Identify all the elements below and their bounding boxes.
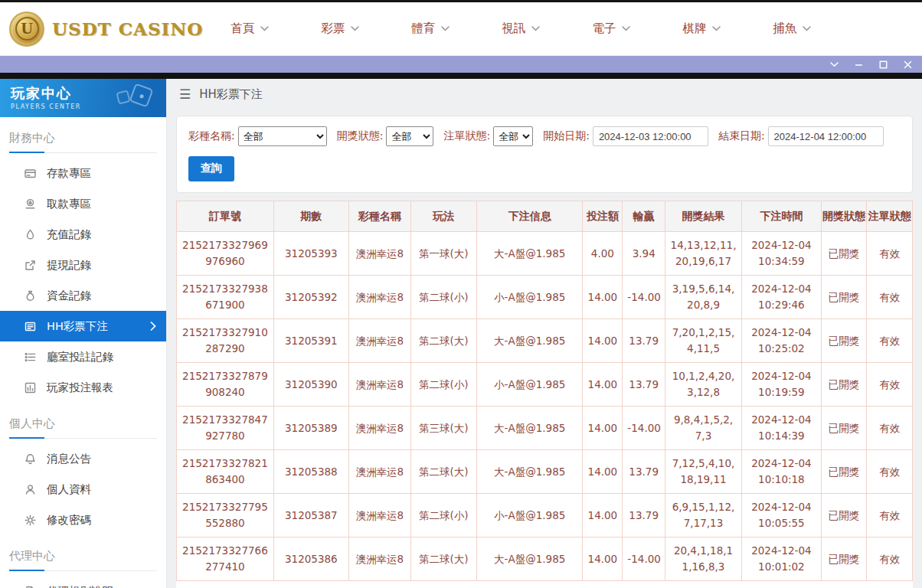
column-header: 下注信息 xyxy=(477,201,583,232)
chevron-down-icon xyxy=(803,26,811,31)
maximize-icon[interactable] xyxy=(879,58,888,70)
start-date-label: 開始日期: xyxy=(543,129,590,143)
column-header: 投注額 xyxy=(583,201,623,232)
sidebar-section-label: 代理中心 xyxy=(9,549,157,571)
page-title: HH彩票下注 xyxy=(199,87,263,102)
table-cell: 第二球(小) xyxy=(410,494,476,537)
sidebar-item-player-bet-report[interactable]: 玩家投注報表 xyxy=(0,372,166,403)
nav-item-video[interactable]: 視訊 xyxy=(502,21,540,37)
top-nav: 首頁彩票體育視訊電子棋牌捕魚 xyxy=(230,21,811,37)
start-date-input[interactable] xyxy=(593,126,708,146)
end-date-input[interactable] xyxy=(768,126,884,146)
nav-item-chess[interactable]: 棋牌 xyxy=(682,21,721,37)
nav-item-home[interactable]: 首頁 xyxy=(230,21,269,37)
table-cell: 2152173327847927780 xyxy=(177,407,274,450)
recharge-drop-icon xyxy=(24,228,36,240)
order-status-label: 注單狀態: xyxy=(443,129,490,143)
bell-icon xyxy=(24,452,36,465)
person-icon xyxy=(24,483,36,495)
sidebar-item-agent-rules[interactable]: 代理規則說明 xyxy=(0,576,166,588)
sidebar-item-announcements[interactable]: 消息公告 xyxy=(0,443,166,474)
table-cell: 大-A盤@1.985 xyxy=(477,450,583,494)
nav-item-lottery[interactable]: 彩票 xyxy=(321,21,359,37)
column-header: 期數 xyxy=(273,201,348,232)
nav-item-fishing[interactable]: 捕魚 xyxy=(773,21,811,37)
breadcrumb: ☰ HH彩票下注 xyxy=(167,79,922,109)
lottery-ticket-icon xyxy=(24,320,36,332)
table-cell: 有效 xyxy=(867,232,913,276)
table-cell: 已開獎 xyxy=(821,494,867,537)
table-cell: 31205393 xyxy=(273,232,348,276)
table-cell: 20,4,1,18,11,16,8,3 xyxy=(665,537,742,581)
sidebar-item-hall-bet-record[interactable]: 廳室投註記錄 xyxy=(0,341,166,372)
table-cell: 14.00 xyxy=(583,407,623,450)
table-cell: 14.00 xyxy=(583,450,623,494)
lottery-name-filter: 彩種名稱: 全部 xyxy=(188,126,327,146)
sidebar-item-profile[interactable]: 個人資料 xyxy=(0,474,166,505)
table-cell: 2024-12-04 10:01:02 xyxy=(742,537,822,581)
table-cell: 第二球(小) xyxy=(410,363,476,407)
table-cell: 第二球(小) xyxy=(410,276,476,319)
document-icon xyxy=(24,585,36,588)
draw-status-select[interactable]: 全部 xyxy=(386,126,433,146)
table-cell: 14.00 xyxy=(583,319,623,363)
chevron-down-icon xyxy=(260,26,269,31)
sidebar-item-recharge-record[interactable]: 充值記錄 xyxy=(0,219,166,250)
table-cell: 小-A盤@1.985 xyxy=(477,276,583,319)
sidebar-item-withdraw-record[interactable]: 提現記錄 xyxy=(0,250,166,280)
nav-item-label: 彩票 xyxy=(321,21,345,37)
order-status-select[interactable]: 全部 xyxy=(493,126,533,146)
nav-item-label: 捕魚 xyxy=(773,21,796,37)
table-cell: 大-A盤@1.985 xyxy=(477,319,583,363)
draw-status-label: 開獎狀態: xyxy=(337,129,384,143)
table-cell: 澳洲幸运8 xyxy=(348,450,410,494)
table-cell: 小-A盤@1.985 xyxy=(477,494,583,537)
sidebar-item-hh-lottery-bet[interactable]: HH彩票下注 xyxy=(0,311,166,341)
brand-logo[interactable]: U USDT CASINO xyxy=(9,11,203,47)
lottery-name-select[interactable]: 全部 xyxy=(238,126,327,146)
sidebar-item-funds-record[interactable]: 資金記錄 xyxy=(0,280,166,311)
table-cell: 10,1,2,4,20,3,12,8 xyxy=(665,363,742,407)
table-cell: 第三球(大) xyxy=(410,407,476,450)
table-cell: 13.79 xyxy=(623,450,665,494)
table-cell: 第二球(大) xyxy=(410,450,476,494)
table-cell: 13.79 xyxy=(623,319,665,363)
list-icon xyxy=(24,351,36,363)
table-cell: 9,8,4,1,5,2,7,3 xyxy=(665,407,742,450)
table-cell: 6,9,15,1,12,7,17,13 xyxy=(665,494,742,537)
table-cell: 已開獎 xyxy=(821,407,867,450)
column-header: 下注時間 xyxy=(742,201,822,232)
table-cell: 31205391 xyxy=(273,319,348,363)
table-cell: 澳洲幸运8 xyxy=(348,407,410,450)
minimize-icon[interactable] xyxy=(855,58,863,70)
column-header: 玩法 xyxy=(410,201,476,232)
sidebar-item-withdraw[interactable]: 取款專區 xyxy=(0,188,166,219)
nav-item-label: 視訊 xyxy=(502,21,525,37)
chevron-right-icon xyxy=(150,322,156,331)
table-cell: 大-A盤@1.985 xyxy=(477,407,583,450)
search-button[interactable]: 查詢 xyxy=(188,156,234,181)
logo-letter: U xyxy=(15,17,39,41)
sidebar-item-label: 代理規則說明 xyxy=(47,584,113,588)
sidebar-item-change-password[interactable]: 修改密碼 xyxy=(0,505,166,535)
chevron-down-icon[interactable] xyxy=(830,58,839,70)
table-cell: 有效 xyxy=(867,407,913,450)
table-cell: 7,12,5,4,10,18,19,11 xyxy=(665,450,742,494)
nav-item-electronic[interactable]: 電子 xyxy=(592,21,630,37)
table-cell: 31205388 xyxy=(273,450,348,494)
table-cell: 13.79 xyxy=(623,363,665,407)
table-cell: 已開獎 xyxy=(821,276,867,319)
close-icon[interactable] xyxy=(904,58,912,70)
report-chart-icon xyxy=(24,381,36,394)
brand-name: USDT CASINO xyxy=(52,18,203,39)
sidebar-item-deposit[interactable]: 存款專區 xyxy=(0,158,166,188)
table-row: 215217332776627741031205386澳洲幸运8第二球(大)大-… xyxy=(177,537,913,581)
table-cell: 有效 xyxy=(867,494,913,537)
table-cell: 31205389 xyxy=(273,407,348,450)
table-row: 215217332793867190031205392澳洲幸运8第二球(小)小-… xyxy=(177,276,913,319)
table-cell: 14.00 xyxy=(583,537,623,581)
sidebar-item-label: 修改密碼 xyxy=(47,513,91,528)
column-header: 開獎結果 xyxy=(665,201,742,232)
nav-item-sports[interactable]: 體育 xyxy=(411,21,450,37)
menu-toggle-icon[interactable]: ☰ xyxy=(179,88,191,101)
